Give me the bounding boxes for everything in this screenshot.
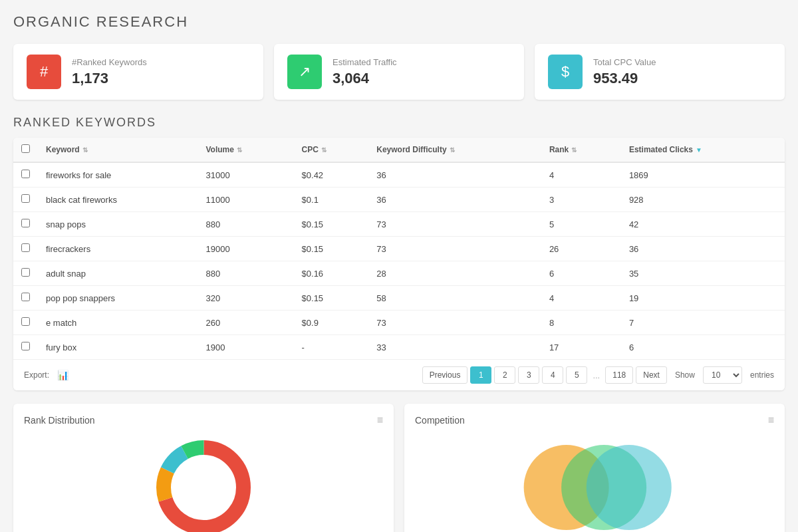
cell-clicks-7: 6 — [621, 335, 785, 360]
row-checkbox-cell[interactable] — [13, 335, 38, 360]
keywords-table: Keyword⇅ Volume⇅ CPC⇅ Keyword Difficulty… — [13, 138, 785, 359]
cell-difficulty-2: 73 — [368, 212, 541, 237]
pagination-page-5[interactable]: 5 — [566, 366, 587, 384]
cell-cpc-5: $0.15 — [294, 286, 369, 311]
cell-volume-1: 11000 — [198, 188, 293, 212]
cell-rank-4: 6 — [541, 261, 621, 286]
cell-keyword-7: fury box — [38, 335, 198, 360]
cell-difficulty-4: 28 — [368, 261, 541, 286]
col-header-cpc[interactable]: CPC⇅ — [294, 138, 369, 162]
cell-keyword-5: pop pop snappers — [38, 286, 198, 311]
cell-rank-1: 3 — [541, 188, 621, 212]
select-all-checkbox[interactable] — [21, 144, 30, 153]
cell-volume-6: 260 — [198, 311, 293, 335]
row-checkbox-2[interactable] — [21, 219, 30, 227]
table-row: snap pops 880 $0.15 73 5 42 — [13, 212, 785, 237]
cell-keyword-4: adult snap — [38, 261, 198, 286]
table-row: e match 260 $0.9 73 8 7 — [13, 311, 785, 335]
stats-row: # #Ranked Keywords 1,173 ↗ Estimated Tra… — [13, 44, 785, 100]
cell-difficulty-5: 58 — [368, 286, 541, 311]
cell-cpc-7: - — [294, 335, 369, 360]
estimated-traffic-label: Estimated Traffic — [332, 57, 397, 67]
row-checkbox-6[interactable] — [21, 317, 30, 326]
cell-keyword-1: black cat fireworks — [38, 188, 198, 212]
rank-distribution-chart: Rank Distribution ≡ 1 to 3 — [13, 404, 394, 532]
cell-difficulty-7: 33 — [368, 335, 541, 360]
pagination-dots: ... — [590, 370, 602, 380]
row-checkbox-3[interactable] — [21, 243, 30, 252]
sort-difficulty-icon: ⇅ — [450, 146, 455, 154]
ranked-keywords-icon: # — [27, 55, 61, 89]
cell-clicks-5: 19 — [621, 286, 785, 311]
cell-volume-5: 320 — [198, 286, 293, 311]
cell-rank-3: 26 — [541, 237, 621, 261]
cell-cpc-6: $0.9 — [294, 311, 369, 335]
entries-label: entries — [750, 370, 774, 380]
table-row: pop pop snappers 320 $0.15 58 4 19 — [13, 286, 785, 311]
col-header-volume[interactable]: Volume⇅ — [198, 138, 293, 162]
export-excel-icon[interactable]: 📊 — [57, 370, 68, 380]
venn-svg — [495, 434, 694, 532]
pagination-page-3[interactable]: 3 — [518, 366, 539, 384]
estimated-traffic-icon: ↗ — [287, 55, 322, 89]
stat-info-cpc: Total CPC Value 953.49 — [593, 57, 656, 87]
col-header-difficulty[interactable]: Keyword Difficulty⇅ — [368, 138, 541, 162]
row-checkbox-cell[interactable] — [13, 212, 38, 237]
pagination: Previous 1 2 3 4 5 ... 118 Next — [422, 366, 667, 384]
cell-clicks-3: 36 — [621, 237, 785, 261]
total-cpc-label: Total CPC Value — [593, 57, 656, 67]
pagination-previous[interactable]: Previous — [422, 366, 468, 384]
stat-card-ranked-keywords: # #Ranked Keywords 1,173 — [13, 44, 263, 100]
ranked-keywords-label: #Ranked Keywords — [72, 57, 147, 67]
cell-volume-4: 880 — [198, 261, 293, 286]
table-row: fireworks for sale 31000 $0.42 36 4 1869 — [13, 162, 785, 188]
row-checkbox-cell[interactable] — [13, 237, 38, 261]
competition-menu-icon[interactable]: ≡ — [768, 414, 774, 426]
cell-keyword-0: fireworks for sale — [38, 162, 198, 188]
estimated-traffic-value: 3,064 — [332, 70, 397, 87]
sort-clicks-icon: ▼ — [696, 146, 702, 154]
cell-cpc-4: $0.16 — [294, 261, 369, 286]
row-checkbox-7[interactable] — [21, 342, 30, 350]
svg-point-4 — [178, 462, 229, 513]
row-checkbox-cell[interactable] — [13, 261, 38, 286]
row-checkbox-cell[interactable] — [13, 286, 38, 311]
svg-point-7 — [587, 445, 672, 530]
ranked-keywords-value: 1,173 — [72, 70, 147, 87]
rank-distribution-title: Rank Distribution — [24, 415, 95, 426]
cell-difficulty-3: 73 — [368, 237, 541, 261]
cell-keyword-2: snap pops — [38, 212, 198, 237]
table-section-title: RANKED KEYWORDS — [13, 116, 785, 130]
header-checkbox-cell[interactable] — [13, 138, 38, 162]
pagination-page-4[interactable]: 4 — [542, 366, 563, 384]
pagination-page-1[interactable]: 1 — [470, 366, 491, 384]
row-checkbox-0[interactable] — [21, 170, 30, 178]
row-checkbox-5[interactable] — [21, 293, 30, 301]
cell-cpc-3: $0.15 — [294, 237, 369, 261]
pagination-next[interactable]: Next — [636, 366, 667, 384]
pagination-last[interactable]: 118 — [605, 366, 633, 384]
table-row: firecrackers 19000 $0.15 73 26 36 — [13, 237, 785, 261]
row-checkbox-4[interactable] — [21, 268, 30, 277]
cell-difficulty-0: 36 — [368, 162, 541, 188]
pagination-page-2[interactable]: 2 — [494, 366, 515, 384]
show-entries-select[interactable]: 10 25 50 100 — [703, 366, 742, 384]
rank-distribution-header: Rank Distribution ≡ — [24, 414, 383, 426]
row-checkbox-cell[interactable] — [13, 162, 38, 188]
col-header-clicks[interactable]: Estimated Clicks▼ — [621, 138, 785, 162]
row-checkbox-cell[interactable] — [13, 188, 38, 212]
cell-cpc-1: $0.1 — [294, 188, 369, 212]
stat-card-cpc: $ Total CPC Value 953.49 — [535, 44, 785, 100]
page-title: ORGANIC RESEARCH — [13, 13, 785, 31]
sort-rank-icon: ⇅ — [571, 146, 577, 154]
cell-difficulty-6: 73 — [368, 311, 541, 335]
row-checkbox-1[interactable] — [21, 194, 30, 203]
cell-clicks-1: 928 — [621, 188, 785, 212]
col-header-keyword[interactable]: Keyword⇅ — [38, 138, 198, 162]
col-header-rank[interactable]: Rank⇅ — [541, 138, 621, 162]
cell-clicks-4: 35 — [621, 261, 785, 286]
rank-distribution-menu-icon[interactable]: ≡ — [377, 414, 383, 426]
cell-rank-5: 4 — [541, 286, 621, 311]
competition-header: Competition ≡ — [415, 414, 774, 426]
row-checkbox-cell[interactable] — [13, 311, 38, 335]
